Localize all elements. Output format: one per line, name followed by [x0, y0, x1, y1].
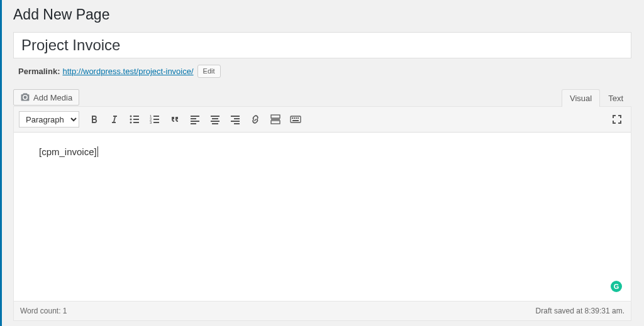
- svg-rect-29: [294, 117, 295, 119]
- svg-rect-16: [211, 116, 219, 117]
- editor-box: Paragraph 123: [13, 106, 631, 321]
- editor-footer: Word count: 1 Draft saved at 8:39:31 am.: [14, 301, 631, 320]
- editor-toolbar: Paragraph 123: [14, 107, 631, 133]
- svg-rect-28: [292, 117, 293, 119]
- word-count-label: Word count: 1: [20, 307, 67, 315]
- editor-content-area[interactable]: [cpm_invoice] G: [14, 133, 631, 301]
- svg-rect-23: [234, 123, 240, 124]
- svg-rect-9: [153, 119, 159, 120]
- svg-point-2: [130, 119, 132, 121]
- svg-rect-20: [231, 116, 240, 117]
- align-right-icon: [229, 113, 242, 126]
- italic-button[interactable]: [106, 111, 123, 128]
- svg-rect-11: [153, 122, 159, 123]
- svg-point-0: [130, 116, 132, 117]
- svg-point-4: [130, 122, 132, 124]
- readmore-button[interactable]: [267, 111, 284, 128]
- svg-rect-14: [191, 121, 199, 122]
- add-media-button[interactable]: Add Media: [13, 89, 79, 106]
- svg-rect-13: [191, 118, 196, 119]
- keyboard-icon: [289, 113, 302, 126]
- bold-icon: [88, 113, 101, 126]
- bullet-list-button[interactable]: [126, 111, 143, 128]
- page-title: Add New Page: [13, 0, 631, 32]
- numbered-list-button[interactable]: 123: [146, 111, 164, 128]
- svg-rect-1: [133, 116, 139, 117]
- align-center-button[interactable]: [206, 111, 224, 128]
- post-title-input[interactable]: [13, 32, 631, 58]
- blockquote-button[interactable]: [166, 111, 184, 128]
- align-center-icon: [209, 113, 221, 126]
- permalink-url-link[interactable]: http://wordpress.test/project-invoice/: [62, 67, 193, 76]
- permalink-label: Permalink:: [18, 67, 60, 76]
- add-media-label: Add Media: [33, 93, 72, 102]
- draft-saved-label: Draft saved at 8:39:31 am.: [536, 307, 625, 315]
- svg-rect-3: [133, 119, 139, 120]
- align-left-button[interactable]: [186, 111, 204, 128]
- svg-rect-32: [292, 120, 299, 121]
- link-button[interactable]: [247, 111, 264, 128]
- media-toolbar-row: Add Media Visual Text: [13, 89, 631, 106]
- tab-text[interactable]: Text: [600, 89, 631, 107]
- svg-rect-31: [297, 117, 299, 119]
- svg-rect-18: [211, 121, 219, 122]
- svg-rect-12: [191, 116, 199, 117]
- camera-icon: [20, 92, 30, 102]
- quote-icon: [169, 113, 181, 126]
- editor-content-text: [cpm_invoice]: [39, 146, 98, 157]
- edit-slug-button[interactable]: Edit: [197, 65, 221, 79]
- title-input-wrap: [13, 32, 631, 58]
- svg-rect-17: [212, 118, 218, 119]
- kitchensink-button[interactable]: [287, 111, 304, 128]
- format-select[interactable]: Paragraph: [19, 111, 79, 128]
- permalink-row: Permalink: http://wordpress.test/project…: [13, 62, 631, 79]
- svg-rect-21: [234, 118, 240, 119]
- svg-rect-26: [271, 121, 280, 124]
- svg-rect-25: [271, 119, 280, 121]
- fullscreen-icon: [611, 113, 623, 126]
- readmore-icon: [269, 113, 282, 126]
- svg-rect-27: [291, 116, 301, 122]
- svg-text:3: 3: [150, 121, 152, 124]
- ol-icon: 123: [148, 113, 161, 126]
- ul-icon: [128, 113, 141, 126]
- svg-rect-5: [133, 122, 139, 123]
- fullscreen-button[interactable]: [608, 111, 626, 128]
- svg-rect-15: [191, 123, 196, 124]
- svg-rect-7: [153, 116, 159, 117]
- svg-rect-30: [296, 117, 297, 119]
- svg-rect-19: [212, 123, 218, 124]
- tab-visual[interactable]: Visual: [562, 89, 600, 107]
- align-right-button[interactable]: [226, 111, 244, 128]
- link-icon: [249, 113, 262, 126]
- align-left-icon: [189, 113, 201, 126]
- bold-button[interactable]: [86, 111, 103, 128]
- grammarly-icon[interactable]: G: [611, 281, 622, 292]
- editor-tabs: Visual Text: [562, 89, 631, 107]
- svg-rect-22: [231, 121, 240, 122]
- svg-rect-24: [271, 115, 280, 118]
- italic-icon: [108, 113, 121, 126]
